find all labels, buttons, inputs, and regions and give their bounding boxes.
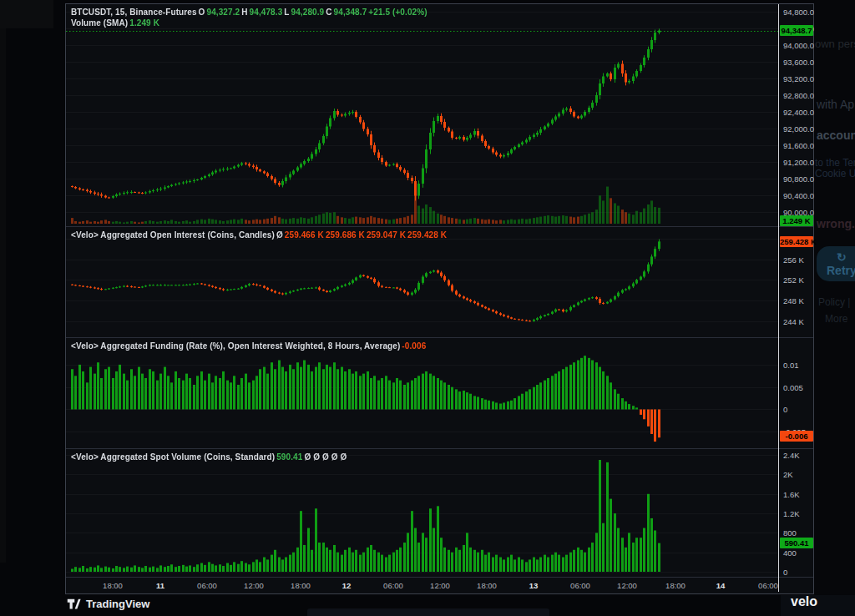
axis-tick-label: 90,800.0 xyxy=(783,174,814,184)
green-value-tag: 94,348.7 xyxy=(780,25,813,36)
legend-text: H xyxy=(241,8,247,17)
axis-tick-label: 92,000.0 xyxy=(783,124,814,134)
axis-tick-label: 1.2K xyxy=(783,509,800,518)
axis-tick-label: 2.4K xyxy=(783,451,800,460)
background-text-fragment: account xyxy=(817,129,855,142)
time-tick-label: 12:00 xyxy=(617,581,637,590)
spot-volume-pane-canvas[interactable] xyxy=(66,449,778,577)
legend-text: Ø xyxy=(276,230,283,240)
background-text-fragment: own perso xyxy=(815,38,855,50)
orange-value-tag: -0.006 xyxy=(780,431,813,442)
axis-tick-label: 1.6K xyxy=(783,490,800,499)
tradingview-page: own persowith Apaccountto the TerCookie … xyxy=(0,0,855,616)
price-axis[interactable]: 94,800.094,400.094,000.093,600.093,200.0… xyxy=(779,4,813,578)
tradingview-attribution-label: TradingView xyxy=(86,598,149,610)
legend-text: O xyxy=(199,8,205,17)
legend-text: <Velo> Aggregated Funding (Rate (%), Ope… xyxy=(71,341,400,351)
legend-text: BTCUSDT, 15, Binance-Futures xyxy=(71,8,197,17)
axis-tick-label: 92,400.0 xyxy=(783,108,814,117)
tradingview-logo-icon xyxy=(67,598,81,610)
tradingview-attribution[interactable]: TradingView xyxy=(67,598,149,610)
green-value-tag: 1.249 K xyxy=(780,215,813,226)
legend-text: 94,327.2 xyxy=(207,8,240,17)
volume-legend[interactable]: Volume (SMA)1.249 K xyxy=(71,18,161,28)
funding-legend[interactable]: <Velo> Aggregated Funding (Rate (%), Ope… xyxy=(71,341,428,351)
background-text-fragment: Policy | xyxy=(818,296,850,308)
axis-tick-label: 0 xyxy=(783,405,787,414)
pane-separator[interactable] xyxy=(66,226,813,227)
axis-tick-label: 0.005 xyxy=(783,383,803,392)
legend-text: 1.249 K xyxy=(129,18,159,28)
chart-widget[interactable]: BTCUSDT, 15, Binance-FuturesO94,327.2H94… xyxy=(65,3,814,594)
background-text-fragment: to the Ter xyxy=(815,157,855,169)
axis-tick-label: 90,400.0 xyxy=(783,191,814,200)
legend-text: <Velo> Aggregated Spot Volume (Coins, St… xyxy=(71,452,275,462)
open-interest-legend[interactable]: <Velo> Aggregated Open Interest (Coins, … xyxy=(71,230,448,240)
time-tick-label: 14 xyxy=(716,581,726,590)
time-tick-label: 11 xyxy=(156,581,164,590)
axis-tick-label: 2K xyxy=(783,470,793,479)
axis-tick-label: 400 xyxy=(783,548,797,558)
velo-logo[interactable]: velo xyxy=(791,594,817,609)
legend-text: -0.006 xyxy=(402,341,426,351)
legend-text: C xyxy=(326,8,331,17)
legend-text: 94,478.3 xyxy=(250,8,283,17)
axis-tick-label: 0.01 xyxy=(783,361,799,370)
time-tick-label: 06:00 xyxy=(570,581,590,590)
axis-tick-label: 800 xyxy=(783,528,797,538)
background-text-fragment: with Ap xyxy=(817,98,854,111)
axis-tick-label: 252 K xyxy=(783,275,804,285)
axis-tick-label: 93,200.0 xyxy=(783,74,814,83)
time-tick-label: 06:00 xyxy=(383,581,403,590)
spot-volume-legend[interactable]: <Velo> Aggregated Spot Volume (Coins, St… xyxy=(71,452,348,462)
axis-tick-label: 244 K xyxy=(783,317,804,326)
axis-tick-label: 248 K xyxy=(783,296,804,305)
time-tick-label: 18:00 xyxy=(103,581,123,590)
time-tick-label: 13 xyxy=(529,581,539,590)
pane-separator[interactable] xyxy=(66,448,813,449)
axis-tick-label: 91,200.0 xyxy=(783,158,814,167)
axis-tick-label: 256 K xyxy=(783,255,804,265)
legend-text: Ø Ø Ø Ø Ø xyxy=(304,452,347,462)
time-tick-label: 18:00 xyxy=(291,581,311,590)
funding-pane-canvas[interactable] xyxy=(66,338,778,448)
legend-text: 259.686 K xyxy=(326,230,365,240)
symbol-legend[interactable]: BTCUSDT, 15, Binance-FuturesO94,327.2H94… xyxy=(71,8,429,17)
legend-text: 259.047 K xyxy=(367,230,406,240)
pane-separator[interactable] xyxy=(66,337,813,338)
legend-text: L xyxy=(284,8,289,17)
legend-text: +21.5 (+0.02%) xyxy=(368,8,427,17)
time-tick-label: 12:00 xyxy=(430,581,450,590)
legend-text: 94,348.7 xyxy=(334,8,367,17)
time-tick-label: 06:00 xyxy=(197,581,217,590)
axis-tick-label: 94,000.0 xyxy=(783,41,814,50)
axis-tick-label: 93,600.0 xyxy=(783,58,814,67)
time-tick-label: 18:00 xyxy=(665,581,686,590)
axis-tick-label: 91,600.0 xyxy=(783,141,814,150)
legend-text: 259.466 K xyxy=(285,230,324,240)
legend-text: Volume (SMA) xyxy=(71,18,128,28)
legend-text: 259.428 K xyxy=(407,230,447,240)
axis-tick-label: 94,800.0 xyxy=(783,8,814,17)
page-corner-block xyxy=(0,0,53,28)
background-text-fragment: More xyxy=(825,313,847,325)
time-tick-label: 06:00 xyxy=(758,581,778,590)
time-axis[interactable]: 18:001106:0012:0018:001206:0012:0018:001… xyxy=(66,578,778,593)
price-pane-canvas[interactable] xyxy=(66,4,778,226)
axis-tick-label: 0 xyxy=(783,568,787,577)
green-value-tag: 590.41 xyxy=(780,538,813,548)
axis-tick-label: 92,800.0 xyxy=(783,91,814,100)
time-tick-label: 18:00 xyxy=(477,581,497,590)
open-interest-pane-canvas[interactable] xyxy=(66,227,778,337)
legend-text: 94,280.9 xyxy=(291,8,325,17)
clipped-bottom-banner xyxy=(307,608,549,616)
time-tick-label: 12 xyxy=(342,581,352,590)
legend-text: 590.41 xyxy=(276,452,302,462)
retry-button[interactable]: ↻ Retry xyxy=(817,246,855,281)
time-tick-label: 12:00 xyxy=(244,581,264,590)
background-text-fragment: Cookie U xyxy=(815,168,855,179)
background-text-fragment: wrong. xyxy=(817,217,855,230)
page-left-edge xyxy=(0,28,6,563)
orange-value-tag: 259.428 K xyxy=(780,236,813,247)
legend-text: <Velo> Aggregated Open Interest (Coins, … xyxy=(71,230,275,240)
